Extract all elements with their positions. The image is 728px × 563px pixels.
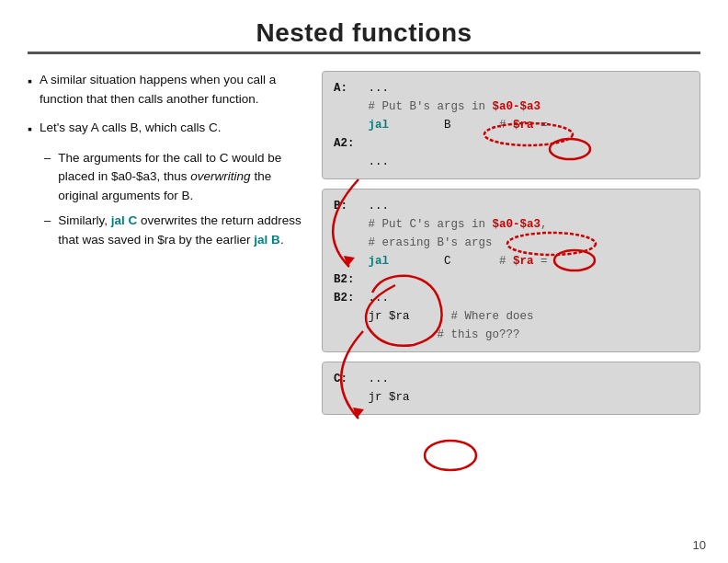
- code-b-line7: jr $ra # Where does: [334, 310, 534, 323]
- code-box-b: B: ... # Put C's args in $a0-$a3, # eras…: [322, 189, 700, 352]
- left-panel: ▪ A similar situation happens when you c…: [28, 71, 303, 415]
- code-c-line1: ...: [369, 373, 390, 385]
- title-underline: [28, 52, 700, 54]
- slide: Nested functions ▪ A similar situation h…: [0, 0, 728, 563]
- bullet-1: ▪ A similar situation happens when you c…: [28, 71, 303, 109]
- code-c-line2: jr $ra: [334, 391, 410, 404]
- code-a-line3: jal B # $ra =: [334, 119, 548, 132]
- sub-bullet-2-text: Similarly, jal C overwrites the return a…: [58, 212, 303, 250]
- code-label-a: A:: [334, 82, 347, 95]
- code-label-a2: A2:: [334, 137, 355, 150]
- code-label-b: B:: [334, 200, 347, 213]
- page-number: 10: [693, 538, 706, 552]
- code-a-line2: # Put B's args in $a0-$a3: [334, 100, 540, 113]
- code-a-line5: ...: [334, 155, 389, 168]
- code-box-a: A: ... # Put B's args in $a0-$a3 jal B #…: [322, 71, 700, 179]
- code-b-line3: # erasing B's args: [334, 236, 493, 249]
- title-area: Nested functions: [28, 18, 700, 54]
- bullet-1-text: A similar situation happens when you cal…: [40, 71, 303, 109]
- code-a-line1: ...: [369, 82, 390, 95]
- svg-point-6: [425, 441, 476, 470]
- slide-title: Nested functions: [28, 18, 700, 48]
- code-b-line6: B2: ...: [334, 292, 389, 304]
- sub-bullet-marker-1: –: [44, 149, 51, 167]
- code-b-line2: # Put C's args in $a0-$a3,: [334, 218, 548, 231]
- bullet-marker-2: ▪: [28, 120, 32, 140]
- code-b-line1: ...: [369, 200, 390, 213]
- bullet-2-text: Let's say A calls B, which calls C.: [40, 119, 222, 138]
- code-b-line4: jal C # $ra =: [334, 255, 548, 268]
- sub-bullet-marker-2: –: [44, 212, 51, 230]
- sub-bullet-2: – Similarly, jal C overwrites the return…: [44, 212, 303, 250]
- bullet-2: ▪ Let's say A calls B, which calls C.: [28, 119, 303, 140]
- code-box-c: C: ... jr $ra: [322, 362, 700, 415]
- code-label-c: C:: [334, 373, 347, 385]
- code-b-line8: # this go???: [334, 328, 520, 341]
- sub-bullet-1: – The arguments for the call to C would …: [44, 149, 303, 207]
- main-content: ▪ A similar situation happens when you c…: [28, 71, 700, 415]
- code-label-b2: B2:: [334, 273, 355, 286]
- sub-bullet-1-text: The arguments for the call to C would be…: [58, 149, 303, 207]
- right-panel: A: ... # Put B's args in $a0-$a3 jal B #…: [322, 71, 700, 415]
- bullet-marker-1: ▪: [28, 72, 32, 92]
